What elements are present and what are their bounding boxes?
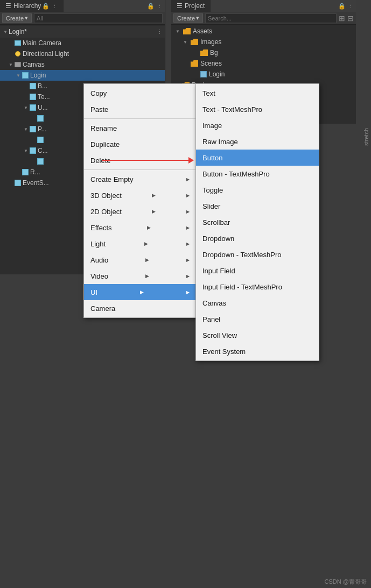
lock-icon-2: 🔒 [147,3,155,10]
submenu-arrow-icon: ▶ [140,289,144,295]
submenu-toggle[interactable]: Toggle [196,182,319,198]
submenu-slider[interactable]: Slider [196,198,319,214]
tree-item-canvas[interactable]: ▼ Canvas [0,59,165,70]
submenu-event-system[interactable]: Event System [196,343,319,359]
asset-icon [200,71,207,77]
project-layout-icon[interactable]: ⊟ [347,14,354,23]
menu-item-ui[interactable]: UI ▶ [84,284,196,300]
menu-item-effects[interactable]: Effects ▶ [84,219,196,236]
dropdown-arrow-icon: ▾ [25,15,28,22]
submenu-arrow-icon: ▶ [152,209,156,214]
cube-icon [29,82,37,90]
create-button[interactable]: Create ▾ [2,13,32,23]
menu-item-video[interactable]: Video ▶ [84,268,196,284]
panel-options-icon: ⋮ [157,3,163,10]
scene-options-icon: ⋮ [157,29,165,36]
submenu-text-textmeshpro[interactable]: Text - TextMeshPro [196,101,319,117]
submenu-raw-image[interactable]: Raw Image [196,133,319,150]
tree-item-login[interactable]: ▼ Login [0,70,165,81]
submenu-image[interactable]: Image [196,117,319,133]
submenu-button[interactable]: Button [196,150,319,166]
scene-name: Login* [9,28,27,36]
menu-item-camera[interactable]: Camera [84,300,196,316]
canvas-label: Canvas [23,61,45,68]
hierarchy-tab[interactable]: ☰ Hierarchy 🔒 ⋮ [0,0,64,12]
te-label: Te... [38,93,50,101]
submenu-dropdown-textmeshpro[interactable]: Dropdown - TextMeshPro [196,246,319,263]
expand-arrow: ▼ [8,61,14,68]
menu-item-rename[interactable]: Rename [84,120,196,136]
project-create-button[interactable]: Create ▾ [173,13,203,23]
folder-icon [191,60,198,67]
arrow-line [102,160,188,161]
project-options-icon: ⋮ [348,3,354,10]
menu-item-copy[interactable]: Copy [84,85,196,101]
menu-item-paste[interactable]: Paste [84,101,196,117]
tree-item-main-camera[interactable]: ▶ Main Camera [0,38,165,48]
expand-arrow: ▼ [23,104,29,111]
project-scenes-folder[interactable]: ▶ Scenes [171,58,356,69]
menu-item-audio[interactable]: Audio ▶ [84,252,196,268]
submenu-arrow-icon: ▶ [145,257,149,263]
cube-icon [29,93,37,101]
project-tab[interactable]: ☰ Project [171,0,211,12]
watermark: CSDN @青哥哥 [325,578,367,586]
cube-icon [22,168,29,176]
cube-icon [29,125,37,133]
project-search-input[interactable] [205,13,337,23]
scenes-label: Scenes [200,60,222,67]
canvas-icon [14,61,22,68]
cube-icon [37,115,44,122]
eventsystem-label: EventS... [23,179,49,187]
submenu-ui: Text Text - TextMeshPro Image Raw Image … [195,83,319,361]
cube-icon [29,147,37,154]
submenu-input-field[interactable]: Input Field [196,263,319,279]
submenu-arrow-icon: ▶ [152,193,156,198]
submenu-dropdown[interactable]: Dropdown [196,230,319,246]
login-asset-label: Login [209,70,225,78]
r-label: R... [30,168,40,176]
project-filter-icon[interactable]: ⊞ [339,14,345,23]
project-content: ▼ Assets ▼ Images ▶ Bg ▶ Scenes ▶ Login … [171,25,356,91]
menu-item-create-empty[interactable]: Create Empty [84,171,196,187]
camera-icon [14,39,22,47]
context-menu: Copy Paste Rename Duplicate Delete Creat… [83,83,197,318]
menu-item-light[interactable]: Light ▶ [84,236,196,252]
menu-item-2d-object[interactable]: 2D Object ▶ [84,203,196,219]
expand-arrow: ▼ [23,126,29,132]
lock-icon: 🔒 [42,3,50,10]
submenu-button-textmeshpro[interactable]: Button - TextMeshPro [196,166,319,182]
b-label: B... [38,82,47,90]
project-header: ☰ Project 🔒 ⋮ [171,0,356,12]
hierarchy-search-input[interactable] [34,13,163,23]
project-dropdown-icon: ▾ [196,15,199,22]
submenu-input-field-textmeshpro[interactable]: Input Field - TextMeshPro [196,279,319,295]
project-bg-folder[interactable]: ▶ Bg [171,47,356,58]
expand-arrow: ▼ [23,147,29,154]
u-label: U... [38,104,48,111]
menu-item-duplicate[interactable]: Duplicate [84,136,196,152]
folder-icon [191,39,198,45]
menu-separator-2 [84,169,196,170]
scene-root[interactable]: ▼ Login* ⋮ [0,26,165,38]
submenu-text[interactable]: Text [196,85,319,101]
p-label: P... [38,125,46,133]
submenu-arrow-icon: ▶ [145,273,149,279]
submenu-canvas[interactable]: Canvas [196,295,319,311]
expand-arrow: ▼ [15,72,22,79]
project-images-folder[interactable]: ▼ Images [171,37,356,47]
submenu-scrollbar[interactable]: Scrollbar [196,214,319,230]
c-label: C... [38,147,48,154]
cube-icon [37,136,44,144]
hierarchy-toolbar: Create ▾ [0,12,165,25]
folder-icon [200,49,208,56]
right-side-panel: stretch [361,0,371,274]
tree-item-directional-light[interactable]: ▶ Directional Light [0,48,165,59]
project-login-asset[interactable]: ▶ Login [171,69,356,80]
cube-icon [37,158,44,165]
submenu-scroll-view[interactable]: Scroll View [196,327,319,343]
cube-icon [22,72,29,79]
project-assets-root[interactable]: ▼ Assets [171,26,356,37]
submenu-panel[interactable]: Panel [196,311,319,327]
menu-item-3d-object[interactable]: 3D Object ▶ [84,187,196,203]
